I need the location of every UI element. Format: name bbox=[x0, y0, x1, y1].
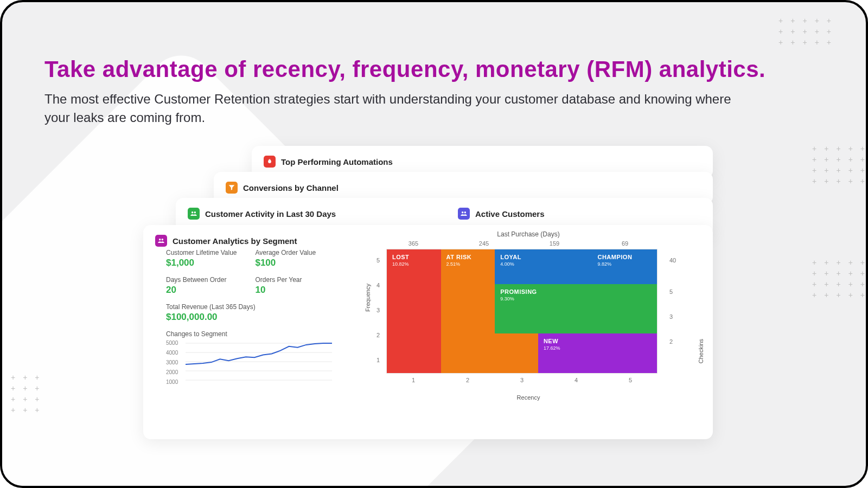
rfm-chart: Last Purchase (Days) 365 245 159 69 Freq… bbox=[360, 230, 697, 426]
rfm-top-ticks: 365 245 159 69 bbox=[386, 240, 658, 249]
card-stack: Top Performing Automations Conversions b… bbox=[143, 146, 718, 450]
metric-opy: Orders Per Year 10 bbox=[255, 276, 342, 296]
rfm-right-axis-label: Checkins bbox=[698, 339, 704, 363]
metric-label: Average Order Value bbox=[255, 249, 342, 256]
rfm-left-tick: 5 bbox=[376, 257, 380, 264]
card-customer-analytics: Customer Analytics by Segment Customer L… bbox=[143, 225, 713, 439]
rfm-top-axis-label: Last Purchase (Days) bbox=[360, 230, 697, 238]
metric-aov: Average Order Value $100 bbox=[255, 249, 342, 268]
card-title: Customer Activity in Last 30 Days bbox=[205, 209, 336, 219]
rfm-bot-tick: 5 bbox=[629, 377, 632, 383]
linechart-ytick: 2000 bbox=[166, 369, 178, 375]
metric-value: 10 bbox=[255, 285, 342, 296]
fire-icon bbox=[264, 156, 276, 168]
linechart-svg bbox=[186, 341, 332, 388]
segment-pct: 9.82% bbox=[597, 261, 652, 267]
segment-atrisk[interactable]: AT RISK 2.51% bbox=[441, 249, 495, 373]
metric-value: $100 bbox=[255, 258, 342, 268]
rfm-left-tick: 2 bbox=[376, 332, 380, 338]
card-title: Top Performing Automations bbox=[281, 157, 393, 166]
linechart-ytick: 3000 bbox=[166, 359, 178, 365]
segment-name: NEW bbox=[544, 338, 652, 344]
users-icon bbox=[188, 208, 200, 220]
rfm-top-tick: 159 bbox=[550, 240, 559, 247]
metric-label: Customer Lifetime Value bbox=[166, 249, 253, 256]
metric-clv: Customer Lifetime Value $1,000 bbox=[166, 249, 253, 268]
page-title: Take advantage of recency, frequency, mo… bbox=[44, 56, 833, 82]
linechart-ytick: 5000 bbox=[166, 339, 178, 345]
metric-value: 20 bbox=[166, 285, 253, 296]
decorative-plus-bottom-left: ++++++++++++ bbox=[11, 372, 47, 415]
segment-name: AT RISK bbox=[446, 254, 490, 260]
segment-loyal[interactable]: LOYAL 4.00% bbox=[495, 249, 592, 284]
rfm-top-tick: 245 bbox=[479, 240, 489, 247]
segment-pct: 17.62% bbox=[544, 345, 652, 351]
segment-champion[interactable]: CHAMPION 9.82% bbox=[592, 249, 657, 284]
rfm-left-tick: 3 bbox=[376, 307, 380, 313]
segment-atrisk-low[interactable] bbox=[495, 333, 538, 373]
page-subtitle: The most effective Customer Retention st… bbox=[44, 90, 739, 127]
rfm-bot-tick: 2 bbox=[466, 377, 469, 383]
rfm-left-tick: 1 bbox=[376, 357, 380, 363]
segment-new[interactable]: NEW 17.62% bbox=[538, 333, 657, 373]
segment-name: LOYAL bbox=[500, 254, 586, 260]
rfm-grid: LOST 10.82% AT RISK 2.51% LOYAL 4.00% CH… bbox=[386, 249, 658, 374]
decorative-plus-top-right: +++++++++++++++ bbox=[778, 15, 839, 48]
segment-pct: 4.00% bbox=[500, 261, 586, 267]
metric-label: Orders Per Year bbox=[255, 276, 342, 284]
segment-name: PROMISING bbox=[500, 288, 652, 295]
decorative-plus-mid-right-2: ++++++++++++++++++++ bbox=[812, 257, 868, 300]
users-icon bbox=[155, 235, 167, 247]
funnel-icon bbox=[226, 182, 238, 194]
card-title: Customer Analytics by Segment bbox=[173, 236, 297, 246]
metric-value: $1,000 bbox=[166, 258, 253, 268]
linechart-title: Changes to Segment bbox=[166, 330, 345, 338]
rfm-bot-tick: 1 bbox=[412, 377, 415, 383]
segment-name: LOST bbox=[392, 254, 436, 260]
rfm-right-tick: 3 bbox=[669, 313, 673, 320]
metric-dbo: Days Between Order 20 bbox=[166, 276, 253, 296]
rfm-left-axis-label: Frequency bbox=[365, 284, 371, 312]
rfm-top-tick: 69 bbox=[622, 240, 628, 247]
segment-promising[interactable]: PROMISING 9.30% bbox=[495, 284, 657, 333]
users-icon bbox=[458, 208, 470, 220]
segment-name: CHAMPION bbox=[597, 254, 652, 260]
rfm-right-tick: 5 bbox=[669, 288, 673, 295]
rfm-bot-tick: 3 bbox=[520, 377, 524, 383]
segment-pct: 9.30% bbox=[500, 296, 652, 301]
metric-label: Total Revenue (Last 365 Days) bbox=[166, 303, 340, 311]
rfm-bottom-axis-label: Recency bbox=[360, 394, 697, 401]
rfm-bot-tick: 4 bbox=[575, 377, 578, 383]
segment-pct: 2.51% bbox=[446, 261, 490, 267]
segment-pct: 10.82% bbox=[392, 261, 436, 267]
card-title: Conversions by Channel bbox=[243, 183, 339, 192]
segment-lost[interactable]: LOST 10.82% bbox=[387, 249, 441, 373]
linechart-ytick: 1000 bbox=[166, 378, 178, 384]
metric-revenue: Total Revenue (Last 365 Days) $100,000.0… bbox=[166, 303, 340, 323]
linechart-ytick: 4000 bbox=[166, 349, 178, 355]
rfm-left-tick: 4 bbox=[376, 282, 380, 288]
headline: Take advantage of recency, frequency, mo… bbox=[44, 56, 833, 127]
rfm-bottom-ticks: 1 2 3 4 5 bbox=[386, 377, 658, 386]
metric-label: Days Between Order bbox=[166, 276, 253, 284]
rfm-left-ticks: 5 4 3 2 1 bbox=[376, 248, 384, 373]
rfm-top-tick: 365 bbox=[409, 240, 418, 247]
rfm-right-tick: 2 bbox=[669, 338, 673, 345]
rfm-right-tick: 40 bbox=[669, 257, 676, 264]
metric-value: $100,000.00 bbox=[166, 312, 340, 323]
card-title: Active Customers bbox=[475, 209, 545, 219]
linechart: 5000 4000 3000 2000 1000 bbox=[166, 340, 334, 389]
rfm-right-ticks: 40 5 3 2 bbox=[669, 248, 680, 373]
decorative-plus-mid-right: ++++++++++++++++++++ bbox=[812, 143, 868, 187]
page-frame: +++++++++++++++ ++++++++++++++++++++ +++… bbox=[0, 0, 868, 488]
metrics-grid: Customer Lifetime Value $1,000 Average O… bbox=[166, 249, 345, 389]
